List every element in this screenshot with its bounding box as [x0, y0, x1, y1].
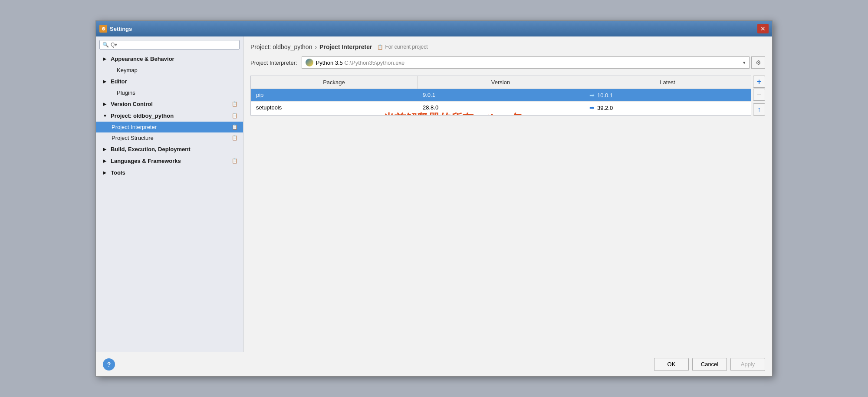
breadcrumb-separator: › [315, 43, 317, 50]
up-button[interactable]: ↑ [753, 103, 765, 116]
sidebar-item-label: Editor [111, 78, 127, 85]
search-box[interactable]: 🔍 [99, 40, 240, 50]
search-input[interactable] [111, 42, 237, 48]
breadcrumb-note-text: For current project [385, 44, 427, 50]
col-package: Package [251, 76, 418, 89]
sidebar-item-label: Project Interpreter [112, 124, 157, 130]
table-header: Package Version Latest [251, 76, 751, 89]
update-arrow-icon: ➡ [589, 104, 595, 111]
chevron-down-icon: ▶ [103, 56, 108, 61]
sidebar-item-label: Keymap [117, 67, 138, 73]
window-title: Settings [110, 26, 757, 32]
interpreter-name: Python 3.5 C:\Python35\python.exe [316, 60, 740, 66]
dialog-body: 🔍 ▶ Appearance & Behavior Keymap ▶ Edito… [96, 36, 772, 352]
sidebar-item-editor[interactable]: ▶ Editor [96, 76, 243, 87]
search-icon: 🔍 [102, 42, 109, 48]
col-version: Version [418, 76, 584, 89]
sidebar-item-languages[interactable]: ▶ Languages & Frameworks 📋 [96, 155, 243, 167]
add-package-button[interactable]: + [753, 76, 765, 88]
help-button[interactable]: ? [103, 358, 115, 371]
chevron-right-icon: ▶ [103, 147, 108, 152]
languages-icon: 📋 [232, 158, 238, 164]
chevron-down-icon: ▾ [743, 60, 746, 66]
cell-version-setuptools: 28.8.0 [418, 102, 584, 114]
footer-left: ? [103, 358, 651, 371]
sidebar-item-label: Languages & Frameworks [111, 158, 181, 164]
sidebar-item-label: Plugins [117, 89, 135, 96]
table-actions: + − ↑ [753, 76, 765, 116]
app-icon: ⚙ [99, 25, 107, 33]
chevron-right-icon: ▶ [103, 170, 108, 175]
col-latest: Latest [584, 76, 751, 89]
breadcrumb-note: 📋 For current project [377, 44, 427, 50]
sidebar-item-label: Tools [111, 169, 125, 176]
interpreter-item-icon: 📋 [232, 124, 238, 130]
sidebar-item-build[interactable]: ▶ Build, Execution, Deployment [96, 143, 243, 155]
breadcrumb: Project: oldboy_python › Project Interpr… [250, 43, 765, 50]
chevron-right-icon: ▶ [103, 102, 108, 106]
sidebar-item-project-structure[interactable]: Project Structure 📋 [96, 132, 243, 143]
chevron-right-icon: ▶ [103, 79, 108, 84]
cell-latest-pip: ➡ 10.0.1 [584, 89, 751, 101]
packages-area: Package Version Latest pip 9.0.1 ➡ 10.0.… [250, 76, 765, 116]
sidebar-item-appearance[interactable]: ▶ Appearance & Behavior [96, 53, 243, 65]
main-content: Project: oldboy_python › Project Interpr… [243, 36, 772, 352]
table-body: pip 9.0.1 ➡ 10.0.1 setuptools 28.8.0 [251, 89, 751, 115]
breadcrumb-project: Project: oldboy_python [250, 43, 312, 50]
interpreter-select[interactable]: Python 3.5 C:\Python35\python.exe ▾ [302, 56, 750, 69]
chevron-right-icon: ▶ [103, 159, 108, 163]
sidebar: 🔍 ▶ Appearance & Behavior Keymap ▶ Edito… [96, 36, 243, 352]
sidebar-item-label: Appearance & Behavior [111, 56, 174, 62]
packages-table: Package Version Latest pip 9.0.1 ➡ 10.0.… [250, 76, 751, 116]
breadcrumb-current: Project Interpreter [319, 43, 372, 50]
sidebar-item-tools[interactable]: ▶ Tools [96, 167, 243, 179]
table-row[interactable]: pip 9.0.1 ➡ 10.0.1 [251, 89, 751, 102]
ok-button[interactable]: OK [654, 358, 689, 371]
close-button[interactable]: ✕ [757, 24, 769, 33]
update-arrow-icon: ➡ [589, 92, 595, 99]
cell-package-setuptools: setuptools [251, 102, 418, 114]
sidebar-item-label: Project Structure [112, 135, 154, 141]
dialog-footer: ? OK Cancel Apply [96, 352, 772, 376]
title-bar: ⚙ Settings ✕ [96, 21, 772, 36]
chevron-down-icon: ▼ [103, 113, 108, 118]
sidebar-item-label: Project: oldboy_python [111, 112, 174, 119]
sidebar-item-keymap[interactable]: Keymap [96, 65, 243, 76]
project-icon: 📋 [232, 113, 238, 119]
sidebar-item-label: Version Control [111, 101, 153, 107]
cell-package-pip: pip [251, 89, 418, 101]
structure-item-icon: 📋 [232, 135, 238, 141]
python-icon [306, 59, 313, 66]
cell-latest-setuptools: ➡ 39.2.0 [584, 102, 751, 114]
sidebar-item-label: Build, Execution, Deployment [111, 146, 190, 152]
remove-package-button[interactable]: − [753, 89, 765, 101]
interpreter-label: Project Interpreter: [250, 60, 297, 66]
note-icon: 📋 [377, 44, 383, 50]
table-row[interactable]: setuptools 28.8.0 ➡ 39.2.0 [251, 102, 751, 114]
interpreter-row: Project Interpreter: Python 3.5 C:\Pytho… [250, 56, 765, 69]
sidebar-item-version-control[interactable]: ▶ Version Control 📋 [96, 98, 243, 110]
settings-dialog: ⚙ Settings ✕ 🔍 ▶ Appearance & Behavior K… [95, 20, 773, 377]
sidebar-item-plugins[interactable]: Plugins [96, 87, 243, 98]
sidebar-item-project[interactable]: ▼ Project: oldboy_python 📋 [96, 110, 243, 122]
apply-button[interactable]: Apply [730, 358, 765, 371]
interpreter-settings-button[interactable]: ⚙ [751, 56, 765, 69]
cancel-button[interactable]: Cancel [692, 358, 727, 371]
sidebar-item-project-interpreter[interactable]: Project Interpreter 📋 [96, 122, 243, 132]
version-control-icon: 📋 [232, 101, 238, 107]
cell-version-pip: 9.0.1 [418, 89, 584, 101]
